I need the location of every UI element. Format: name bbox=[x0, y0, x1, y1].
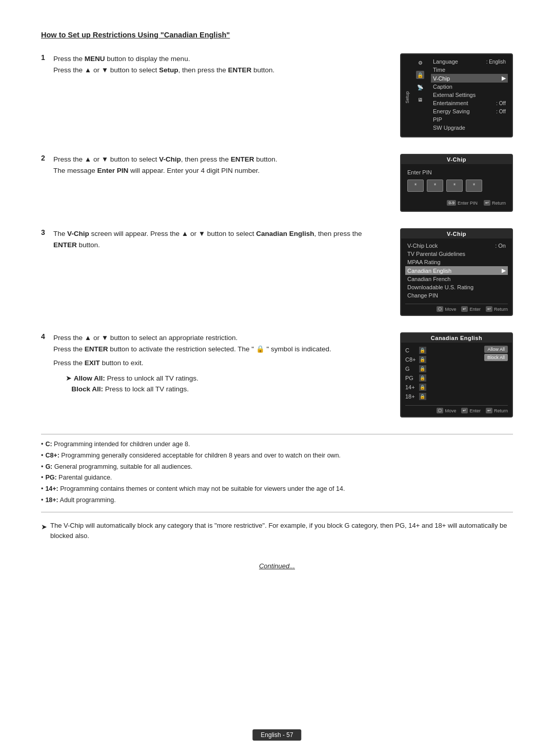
step-4-line1: Press the ▲ or ▼ button to select an app… bbox=[53, 332, 385, 354]
step-1-number: 1 bbox=[41, 53, 53, 62]
rating-14: 14+ 🔒 bbox=[405, 383, 426, 392]
rating-c8-icon: 🔒 bbox=[419, 356, 426, 363]
vchip-enter-label: Enter bbox=[469, 307, 481, 312]
step-2-image: V-Chip Enter PIN * * * * 0-9 Enter PIN bbox=[400, 154, 513, 212]
vchip-footer-enter: ↵ Enter bbox=[461, 306, 481, 312]
menu-language-label: Language bbox=[433, 58, 458, 65]
vchip-return-btn-icon: ↩ bbox=[486, 306, 492, 312]
step-4-number: 4 bbox=[41, 332, 53, 341]
rating-c8: C8+ 🔒 bbox=[405, 355, 426, 364]
step-4-text: Press the ▲ or ▼ button to select an app… bbox=[53, 332, 395, 397]
vchip-lock-label: V-Chip Lock bbox=[407, 243, 438, 249]
menu-sw: SW Upgrade bbox=[431, 124, 508, 132]
step-1-line1: Press the MENU button to display the men… bbox=[53, 53, 385, 75]
can-enter-label: Enter bbox=[469, 408, 481, 413]
pin-label: Enter PIN bbox=[407, 169, 506, 175]
rating-14-label: 14+ bbox=[405, 384, 415, 390]
menu-pip: PIP bbox=[431, 115, 508, 124]
step-3-text: The V-Chip screen will appear. Press the… bbox=[53, 228, 395, 252]
bullet-c: C: Programming intended for children und… bbox=[41, 440, 513, 449]
can-move-icon: ⬡ bbox=[437, 408, 443, 413]
menu-sw-label: SW Upgrade bbox=[433, 125, 465, 131]
can-move-label: Move bbox=[445, 408, 456, 413]
pin-box-2: * bbox=[427, 180, 443, 192]
vchip-footer-move: ⬡ Move bbox=[437, 306, 456, 312]
rating-14-icon: 🔒 bbox=[419, 384, 426, 391]
rating-c: C 🔒 bbox=[405, 346, 426, 355]
vchip-move-label: Move bbox=[445, 307, 456, 312]
rating-pg-icon: 🔒 bbox=[419, 374, 426, 382]
can-eng-footer-enter: ↵ Enter bbox=[461, 408, 481, 413]
vchip-screen: V-Chip V-Chip Lock : On TV Parental Guid… bbox=[400, 228, 513, 316]
menu-time-label: Time bbox=[433, 67, 445, 73]
pin-return-label: Return bbox=[492, 201, 506, 206]
menu-vchip-label: V-Chip bbox=[433, 75, 450, 82]
pin-screen: V-Chip Enter PIN * * * * 0-9 Enter PIN bbox=[400, 154, 513, 212]
menu-vchip: V-Chip ▶ bbox=[431, 74, 508, 83]
vchip-mpaa: MPAA Rating bbox=[405, 258, 508, 266]
menu-energy: Energy Saving : Off bbox=[431, 107, 508, 115]
vchip-screen-header: V-Chip bbox=[401, 229, 512, 238]
note-section: ➤ The V-Chip will automatically block an… bbox=[41, 521, 513, 542]
note-text: ➤ The V-Chip will automatically block an… bbox=[41, 521, 513, 542]
setup-menu-screen: Setup ⚙ 🔒 📡 🖥 Language : English bbox=[400, 53, 513, 137]
vchip-lock: V-Chip Lock : On bbox=[405, 242, 508, 250]
allow-all-text: ➤ Allow All: Press to unlock all TV rati… bbox=[66, 373, 385, 395]
step-2-line1: Press the ▲ or ▼ button to select V-Chip… bbox=[53, 154, 385, 176]
vchip-canadian-english-arrow: ▶ bbox=[502, 267, 506, 274]
step-4-row: 4 Press the ▲ or ▼ button to select an a… bbox=[41, 332, 513, 417]
step-3-row: 3 The V-Chip screen will appear. Press t… bbox=[41, 228, 513, 316]
can-eng-screen: Canadian English C 🔒 C8+ 🔒 bbox=[400, 332, 513, 417]
vchip-mpaa-label: MPAA Rating bbox=[407, 259, 441, 265]
return-btn-icon: ↩ bbox=[484, 200, 490, 206]
allow-all-btn[interactable]: Allow All bbox=[484, 346, 508, 353]
can-eng-body: C 🔒 C8+ 🔒 G 🔒 bbox=[401, 343, 512, 416]
icon-1: ⚙ bbox=[416, 58, 424, 67]
block-all-btn[interactable]: Block All bbox=[484, 354, 508, 361]
step-1-image: Setup ⚙ 🔒 📡 🖥 Language : English bbox=[400, 53, 513, 137]
can-eng-ratings-list: C 🔒 C8+ 🔒 G 🔒 bbox=[405, 346, 426, 401]
can-return-label: Return bbox=[494, 408, 508, 413]
note-arrow-icon: ➤ bbox=[41, 521, 47, 542]
rating-c8-label: C8+ bbox=[405, 356, 416, 363]
icon-2-active: 🔒 bbox=[416, 71, 424, 79]
pin-footer-return: ↩ Return bbox=[484, 200, 506, 206]
page: How to Set up Restrictions Using "Canadi… bbox=[0, 0, 554, 756]
vchip-change-pin: Change PIN bbox=[405, 291, 508, 300]
menu-entertainment-value: : Off bbox=[496, 101, 506, 106]
vchip-return-label: Return bbox=[494, 307, 508, 312]
page-title: How to Set up Restrictions Using "Canadi… bbox=[41, 31, 513, 39]
menu-pip-label: PIP bbox=[433, 116, 442, 123]
setup-menu-items: Language : English Time V-Chip ▶ Caption bbox=[427, 54, 512, 136]
vchip-footer-return: ↩ Return bbox=[486, 306, 508, 312]
menu-external: External Settings bbox=[431, 91, 508, 99]
pin-box-1: * bbox=[407, 180, 424, 192]
vchip-footer: ⬡ Move ↵ Enter ↩ Return bbox=[405, 304, 508, 312]
vchip-canadian-french-label: Canadian French bbox=[407, 276, 450, 282]
rating-pg: PG 🔒 bbox=[405, 373, 426, 383]
can-enter-icon: ↵ bbox=[461, 408, 468, 413]
rating-g: G 🔒 bbox=[405, 364, 426, 373]
pin-box-4: * bbox=[466, 180, 482, 192]
menu-language-value: : English bbox=[486, 59, 506, 65]
pin-enter-label: Enter PIN bbox=[458, 201, 478, 206]
continued-text: Continued... bbox=[41, 562, 513, 570]
can-eng-screen-header: Canadian English bbox=[401, 333, 512, 343]
step-1-text: Press the MENU button to display the men… bbox=[53, 53, 395, 77]
menu-entertainment-label: Entertainment bbox=[433, 100, 468, 106]
step-4-line2: Press the EXIT button to exit. bbox=[53, 357, 385, 369]
setup-icons: ⚙ 🔒 📡 🖥 bbox=[413, 54, 427, 136]
vchip-tv-parental-label: TV Parental Guidelines bbox=[407, 251, 465, 257]
menu-entertainment: Entertainment : Off bbox=[431, 99, 508, 107]
can-eng-footer: ⬡ Move ↵ Enter ↩ Return bbox=[405, 405, 508, 413]
setup-menu-container: Setup ⚙ 🔒 📡 🖥 Language : English bbox=[401, 54, 512, 136]
enter-btn-icon: 0-9 bbox=[447, 200, 456, 206]
menu-external-label: External Settings bbox=[433, 92, 476, 98]
step-3-number: 3 bbox=[41, 228, 53, 236]
page-footer: English - 57 bbox=[252, 729, 301, 741]
step-2-row: 2 Press the ▲ or ▼ button to select V-Ch… bbox=[41, 154, 513, 212]
step-4-image: Canadian English C 🔒 C8+ 🔒 bbox=[400, 332, 513, 417]
vchip-canadian-english: Canadian English ▶ bbox=[405, 266, 508, 275]
rating-pg-label: PG bbox=[405, 375, 413, 381]
pin-boxes: * * * * bbox=[407, 180, 506, 192]
